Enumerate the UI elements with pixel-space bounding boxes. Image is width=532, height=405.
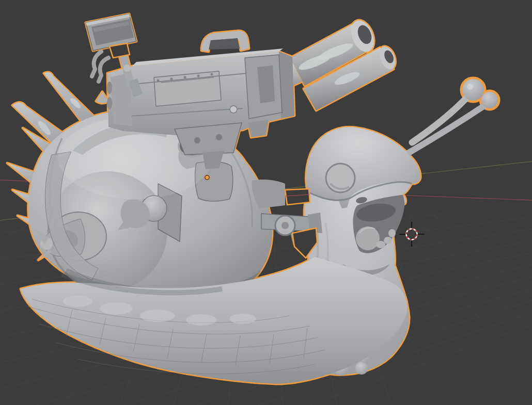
3d-viewport[interactable] [0, 0, 532, 405]
tongue [356, 226, 380, 250]
scene-canvas [0, 0, 532, 405]
snail-model[interactable] [7, 14, 499, 384]
snail-geometry [7, 14, 498, 384]
cocking-knob [230, 106, 237, 113]
